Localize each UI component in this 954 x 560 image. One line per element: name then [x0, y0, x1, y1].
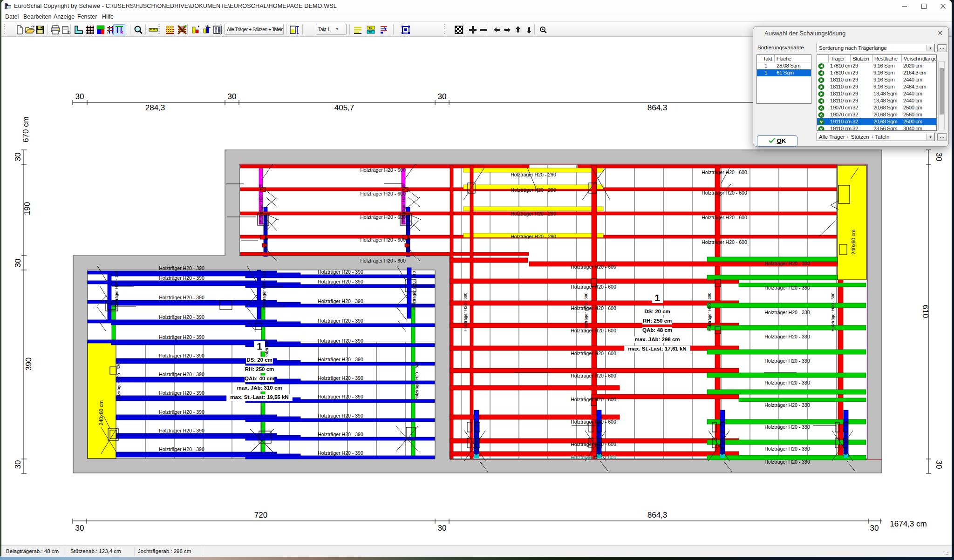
svg-text:Holzträger H20 - 125: Holzträger H20 - 125	[401, 183, 406, 223]
svg-text:Holzträger H20 - 390: Holzträger H20 - 390	[318, 279, 363, 284]
svg-text:Holzträger H20 - 290: Holzträger H20 - 290	[511, 172, 556, 177]
svg-text:RH: 250 cm: RH: 250 cm	[643, 318, 672, 324]
svg-text:Holzträger H20 - 330: Holzträger H20 - 330	[764, 380, 810, 385]
svg-text:Holzträger H20 - 290: Holzträger H20 - 290	[511, 211, 556, 216]
svg-text:30: 30	[438, 524, 447, 533]
svg-text:Holzträger H20 - 600: Holzträger H20 - 600	[360, 258, 406, 263]
svg-text:240x60 cm: 240x60 cm	[851, 229, 856, 255]
svg-text:Holzträger H20 - 290: Holzträger H20 - 290	[511, 234, 556, 239]
svg-text:Holzträger H20 - 110: Holzträger H20 - 110	[412, 271, 416, 310]
svg-text:284,3: 284,3	[145, 103, 165, 112]
svg-text:Holzträger H20 - 330: Holzträger H20 - 330	[764, 459, 810, 465]
svg-text:Holzträger H20 - 600: Holzträger H20 - 600	[831, 292, 835, 331]
svg-text:Holzträger H20 - 600: Holzträger H20 - 600	[702, 169, 747, 175]
svg-text:Holzträger H20 - 390: Holzträger H20 - 390	[318, 375, 363, 381]
svg-text:Holzträger H20 - 600: Holzträger H20 - 600	[360, 167, 406, 173]
svg-text:Holzträger H20 - 330: Holzträger H20 - 330	[764, 446, 810, 452]
svg-text:30: 30	[14, 460, 22, 469]
svg-text:Holzträger H20 - 600: Holzträger H20 - 600	[360, 191, 406, 196]
svg-text:Holzträger H20 - 390: Holzträger H20 - 390	[159, 446, 204, 452]
svg-text:Holzträger H20 - 390: Holzträger H20 - 390	[159, 265, 204, 271]
svg-text:max. JAb: 298 cm: max. JAb: 298 cm	[634, 337, 680, 342]
svg-text:Holzträger H20 - 330: Holzträger H20 - 330	[764, 334, 810, 339]
svg-text:Holzträger: Holzträger	[265, 339, 269, 358]
svg-text:Holzträger H20 - 390: Holzträger H20 - 390	[318, 269, 363, 275]
svg-text:Holzträger H20 - 390: Holzträger H20 - 390	[318, 318, 363, 324]
svg-text:Holzträger H20 - 390: Holzträger H20 - 390	[159, 295, 204, 300]
svg-text:Holzträger H20 - 390: Holzträger H20 - 390	[159, 409, 204, 415]
svg-text:Holzträger H20 - 600: Holzträger H20 - 600	[463, 292, 468, 331]
svg-text:Holzträger H20 - 600: Holzträger H20 - 600	[406, 215, 410, 254]
svg-text:Holzträger H20 - 600: Holzträger H20 - 600	[571, 351, 616, 356]
svg-text:Holzträger H20 - 600: Holzträger H20 - 600	[571, 397, 616, 402]
svg-text:Holzträger H20 - 600: Holzträger H20 - 600	[571, 264, 616, 270]
svg-text:Holzträger H20 - 600: Holzträger H20 - 600	[571, 441, 616, 447]
svg-text:Holzträger H20 - 390: Holzträger H20 - 390	[318, 338, 363, 344]
svg-text:Holzträger H20 - 390: Holzträger H20 - 390	[318, 298, 363, 304]
svg-text:DS: 20 cm: DS: 20 cm	[246, 357, 273, 363]
svg-text:Holzträger H20 - 125: Holzträger H20 - 125	[259, 183, 263, 223]
svg-text:720: 720	[254, 511, 267, 520]
svg-text:Holzträger H20 - 390: Holzträger H20 - 390	[159, 353, 204, 358]
svg-text:Holzträger H20 - 390: Holzträger H20 - 390	[159, 428, 204, 433]
svg-text:Holzträger H20 - 600: Holzträger H20 - 600	[702, 190, 747, 196]
svg-text:Holzträger H20 - 330: Holzträger H20 - 330	[764, 261, 810, 266]
svg-text:Holzträger H20 - 390: Holzträger H20 - 390	[318, 450, 363, 456]
svg-text:190: 190	[23, 202, 32, 215]
svg-text:30: 30	[14, 259, 22, 268]
svg-text:Holzträger H20 - 330: Holzträger H20 - 330	[764, 358, 810, 364]
svg-text:30: 30	[438, 92, 447, 101]
svg-text:864,3: 864,3	[647, 511, 668, 520]
svg-text:30: 30	[934, 460, 943, 469]
svg-text:30: 30	[75, 524, 84, 533]
svg-text:Holzträger H20 - 290: Holzträger H20 - 290	[511, 187, 556, 193]
svg-text:Holzträger H20 - 600: Holzträger H20 - 600	[360, 237, 406, 243]
svg-text:1: 1	[257, 341, 262, 351]
svg-text:QAb: 40 cm: QAb: 40 cm	[245, 376, 274, 381]
svg-text:Holzträger H20 - 330: Holzträger H20 - 330	[764, 424, 810, 430]
svg-text:Holzträger H20 - 390: Holzträger H20 - 390	[318, 394, 363, 399]
svg-text:30: 30	[934, 153, 943, 162]
svg-text:1: 1	[654, 292, 660, 303]
svg-text:DS: 20 cm: DS: 20 cm	[644, 309, 670, 314]
svg-text:405,7: 405,7	[334, 103, 354, 112]
svg-text:30: 30	[14, 153, 22, 162]
svg-text:max. St.-Last: 19,55 kN: max. St.-Last: 19,55 kN	[230, 394, 288, 400]
svg-text:Holzträger H20 - 330: Holzträger H20 - 330	[116, 362, 121, 401]
svg-text:240x60 cm: 240x60 cm	[98, 400, 104, 425]
svg-text:Holzträger H20 - 390: Holzträger H20 - 390	[159, 314, 204, 320]
svg-text:Holzträger H20 - 600: Holzträger H20 - 600	[360, 214, 406, 220]
svg-text:Holzträger H20 - 600: Holzträger H20 - 600	[571, 419, 616, 425]
svg-text:Holzträger H20 - 110: Holzträger H20 - 110	[114, 271, 119, 310]
svg-text:Holzträger H20 - 330: Holzträger H20 - 330	[764, 310, 810, 315]
svg-text:Holzträger H20 - 390: Holzträger H20 - 390	[159, 334, 204, 340]
svg-text:30: 30	[228, 92, 237, 101]
svg-text:670 cm: 670 cm	[21, 116, 30, 142]
svg-text:Holzträger H20 - 600: Holzträger H20 - 600	[571, 305, 616, 311]
svg-text:Holzträger H20 - 390: Holzträger H20 - 390	[159, 275, 204, 281]
svg-text:610: 610	[921, 305, 930, 318]
svg-text:QAb: 48 cm: QAb: 48 cm	[642, 327, 672, 333]
svg-text:30: 30	[75, 92, 84, 101]
svg-text:max. St.-Last: 17,61 kN: max. St.-Last: 17,61 kN	[628, 346, 686, 351]
svg-text:Holzträger H20 - 600: Holzträger H20 - 600	[571, 373, 616, 378]
svg-text:Holzträger H20 - 390: Holzträger H20 - 390	[159, 390, 204, 396]
svg-text:Holzträger H20 - 600: Holzträger H20 - 600	[707, 292, 712, 331]
svg-text:Holzträger H20 - 330: Holzträger H20 - 330	[764, 285, 810, 290]
svg-text:1674,3 cm: 1674,3 cm	[890, 520, 927, 528]
svg-text:Holzträger H20 - 600: Holzträger H20 - 600	[263, 215, 268, 254]
svg-text:max. JAb: 310 cm: max. JAb: 310 cm	[237, 385, 282, 391]
svg-text:Holzträger H20 - 330: Holzträger H20 - 330	[415, 361, 419, 400]
svg-text:390: 390	[24, 358, 33, 371]
svg-text:Holzträger H20 - 600: Holzträger H20 - 600	[571, 284, 616, 290]
svg-text:Holzträger H20 - 390: Holzträger H20 - 390	[318, 432, 363, 437]
svg-text:RH: 250 cm: RH: 250 cm	[245, 366, 274, 372]
svg-text:Holzträger H20 - 110: Holzträger H20 - 110	[262, 271, 266, 310]
svg-text:Holzträger H20 - 600: Holzträger H20 - 600	[571, 454, 616, 460]
svg-text:Holzträger H20 - 600: Holzträger H20 - 600	[584, 292, 588, 331]
svg-text:30: 30	[870, 524, 879, 533]
svg-text:Holzträger H20 - 600: Holzträger H20 - 600	[702, 215, 747, 220]
svg-text:Holzträger H20 - 330: Holzträger H20 - 330	[764, 402, 810, 408]
svg-text:Holzträger H20 - 390: Holzträger H20 - 390	[159, 371, 204, 377]
svg-text:Holzträger H20 - 390: Holzträger H20 - 390	[318, 413, 363, 418]
